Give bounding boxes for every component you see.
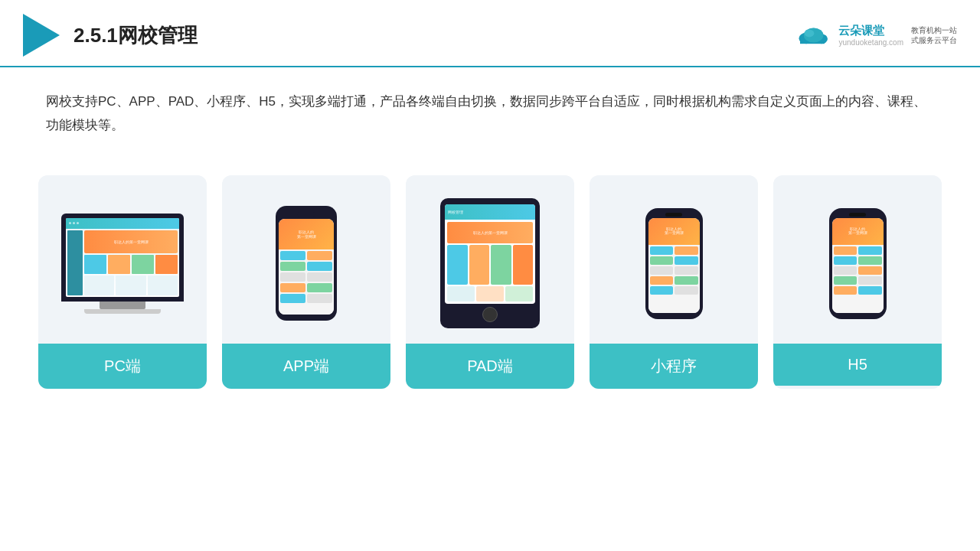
card-pc: 职达人的第一堂网课	[38, 175, 207, 389]
card-app: 职达人的第一堂网课	[222, 175, 390, 389]
cloud-icon	[794, 23, 831, 47]
h5-mockup: 职达人的第一堂网课	[829, 208, 887, 319]
card-h5-image: 职达人的第一堂网课	[773, 175, 942, 344]
svg-point-5	[805, 30, 815, 37]
page-header: 2.5.1网校管理 云朵课堂 yunduoketang.com 教育机构一站式服…	[0, 0, 980, 67]
card-h5-label: H5	[773, 344, 942, 386]
miniprogram-mockup: 职达人的第一堂网课	[645, 208, 703, 319]
app-mockup: 职达人的第一堂网课	[276, 206, 337, 321]
card-pad: 网校管理 职达人的第一堂网课	[406, 175, 574, 389]
brand-logo	[794, 23, 831, 47]
card-pad-image: 网校管理 职达人的第一堂网课	[406, 175, 574, 344]
brand-text: 云朵课堂 yunduoketang.com	[838, 24, 903, 47]
card-miniprogram-label: 小程序	[590, 344, 758, 389]
card-h5: 职达人的第一堂网课	[773, 175, 942, 389]
logo-triangle-icon	[23, 14, 60, 57]
header-right: 云朵课堂 yunduoketang.com 教育机构一站式服务云平台	[794, 23, 957, 47]
header-left: 2.5.1网校管理	[23, 14, 198, 57]
card-miniprogram: 职达人的第一堂网课	[590, 175, 758, 389]
brand-name: 云朵课堂	[838, 24, 884, 38]
description-paragraph: 网校支持PC、APP、PAD、小程序、H5，实现多端打通，产品各终端自由切换，数…	[46, 90, 934, 137]
card-pc-label: PC端	[38, 344, 207, 389]
card-app-image: 职达人的第一堂网课	[222, 175, 390, 344]
pc-mockup: 职达人的第一堂网课	[61, 214, 184, 314]
card-pc-image: 职达人的第一堂网课	[38, 175, 207, 344]
page-title: 2.5.1网校管理	[74, 22, 198, 49]
card-app-label: APP端	[222, 344, 390, 389]
brand-url: yunduoketang.com	[838, 38, 903, 47]
card-pad-label: PAD端	[406, 344, 574, 389]
card-miniprogram-image: 职达人的第一堂网课	[590, 175, 758, 344]
brand-slogan: 教育机构一站式服务云平台	[911, 25, 957, 45]
pad-mockup: 网校管理 职达人的第一堂网课	[440, 198, 540, 328]
description-text: 网校支持PC、APP、PAD、小程序、H5，实现多端打通，产品各终端自由切换，数…	[0, 67, 980, 145]
cards-container: 职达人的第一堂网课	[0, 152, 980, 412]
